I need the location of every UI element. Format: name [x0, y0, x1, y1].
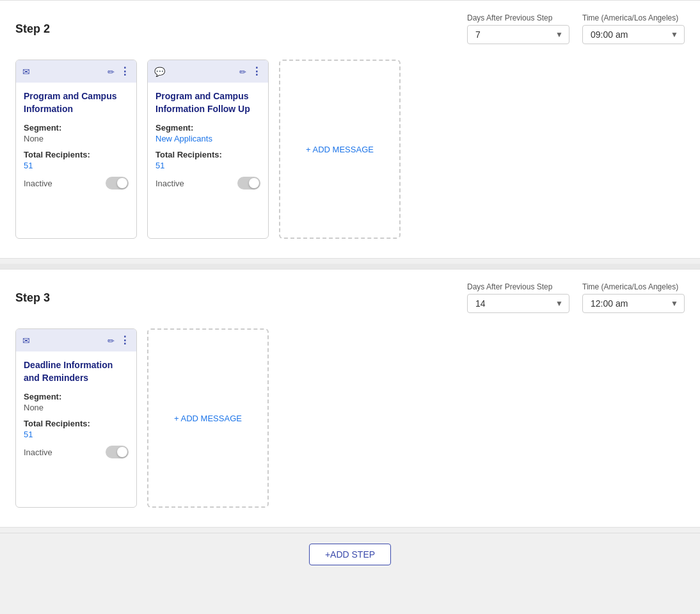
step-3-card-1-segment-value: None [24, 403, 129, 412]
step-2-card-1-edit-button[interactable] [107, 67, 115, 77]
step-2-time-select-wrapper: 09:00 am 12:00 am ▼ [582, 25, 685, 44]
step-2-card-1-header [16, 60, 136, 83]
step-3-cards-row: Deadline Information and Reminders Segme… [15, 328, 685, 508]
step-3-card-1-actions [107, 334, 130, 346]
step-3-card-1-edit-button[interactable] [107, 335, 115, 346]
dots-icon-2 [251, 65, 262, 77]
step-2-card-2-menu-button[interactable] [251, 65, 262, 77]
step-2-add-message-label: + ADD MESSAGE [306, 145, 374, 154]
step-2-card-2-status-row: Inactive [155, 177, 260, 190]
footer-section: +ADD STEP [0, 533, 700, 576]
step-3-add-message-button[interactable]: + ADD MESSAGE [147, 328, 269, 508]
step-2-card-1-status-row: Inactive [24, 177, 129, 190]
step-3-card-1-toggle[interactable] [106, 446, 129, 458]
step-2-card-2-toggle-knob [249, 178, 259, 188]
step-3-time-select[interactable]: 12:00 am 09:00 am [582, 294, 685, 313]
step-2-card-1-toggle[interactable] [106, 177, 129, 190]
step-3-card-1-recipients-value: 51 [24, 430, 129, 439]
email-icon-3 [22, 335, 30, 346]
step-3-days-group: Days After Previous Step 14 7 21 ▼ [467, 282, 569, 313]
dots-icon [120, 65, 130, 77]
step-2-days-group: Days After Previous Step 7 14 21 ▼ [467, 13, 569, 44]
step-2-card-1-segment-label: Segment: [24, 123, 129, 133]
step-2-card-1-menu-button[interactable] [120, 65, 130, 77]
step-2-card-1-segment-value: None [24, 134, 129, 143]
step-2-card-2: Program and Campus Information Follow Up… [147, 60, 269, 239]
step-2-controls: Days After Previous Step 7 14 21 ▼ Time … [467, 13, 685, 44]
step-3-card-1: Deadline Information and Reminders Segme… [15, 328, 137, 508]
section-divider [0, 264, 700, 269]
step-2-card-2-recipients-value: 51 [155, 161, 260, 170]
step-2-card-1-recipients-value: 51 [24, 161, 129, 170]
step-3-card-1-header [16, 329, 136, 351]
step-2-card-2-header [148, 60, 268, 83]
step-2-card-1-status-label: Inactive [24, 179, 52, 188]
email-icon [22, 66, 30, 77]
step-3-card-1-menu-button[interactable] [120, 334, 130, 346]
step-2-card-1-title: Program and Campus Information [24, 90, 129, 115]
step-3-section: Step 3 Days After Previous Step 14 7 21 … [0, 269, 700, 528]
step-2-add-message-button[interactable]: + ADD MESSAGE [279, 60, 401, 239]
step-2-card-1: Program and Campus Information Segment: … [15, 60, 137, 239]
step-2-card-1-toggle-knob [117, 178, 127, 188]
step-3-card-1-segment-label: Segment: [24, 392, 129, 401]
step-3-card-1-toggle-knob [117, 447, 127, 457]
page-wrapper: Step 2 Days After Previous Step 7 14 21 … [0, 0, 700, 614]
pencil-icon-2 [239, 67, 246, 77]
step-2-card-2-toggle[interactable] [237, 177, 260, 190]
step-3-card-1-body: Deadline Information and Reminders Segme… [16, 351, 136, 466]
step-2-card-1-body: Program and Campus Information Segment: … [16, 83, 136, 197]
step-3-title: Step 3 [15, 291, 50, 305]
step-2-days-select[interactable]: 7 14 21 [467, 25, 569, 44]
step-3-header: Step 3 Days After Previous Step 14 7 21 … [15, 282, 685, 313]
step-3-card-1-recipients-label: Total Recipients: [24, 419, 129, 428]
step-3-controls: Days After Previous Step 14 7 21 ▼ Time … [467, 282, 685, 313]
step-2-card-2-status-label: Inactive [155, 179, 184, 188]
step-3-card-1-status-label: Inactive [24, 448, 52, 457]
dots-icon-3 [120, 334, 130, 346]
step-3-add-message-label: + ADD MESSAGE [174, 414, 242, 423]
step-3-days-label: Days After Previous Step [467, 282, 569, 291]
step-2-card-2-title: Program and Campus Information Follow Up [155, 90, 260, 115]
pencil-icon-3 [107, 335, 115, 346]
step-2-card-2-segment-label: Segment: [155, 123, 260, 133]
step-2-card-2-actions [239, 65, 262, 77]
step-3-time-select-wrapper: 12:00 am 09:00 am ▼ [582, 294, 685, 313]
step-2-title: Step 2 [15, 22, 50, 36]
step-2-card-2-body: Program and Campus Information Follow Up… [148, 83, 268, 197]
step-2-card-2-segment-value[interactable]: New Applicants [155, 134, 260, 143]
step-3-days-select-wrapper: 14 7 21 ▼ [467, 294, 569, 313]
step-3-time-group: Time (America/Los Angeles) 12:00 am 09:0… [582, 282, 685, 313]
pencil-icon [107, 67, 115, 77]
step-2-days-label: Days After Previous Step [467, 13, 569, 22]
chat-icon [154, 66, 165, 77]
step-2-cards-row: Program and Campus Information Segment: … [15, 60, 685, 239]
step-2-section: Step 2 Days After Previous Step 7 14 21 … [0, 0, 700, 259]
step-3-days-select[interactable]: 14 7 21 [467, 294, 569, 313]
step-2-time-select[interactable]: 09:00 am 12:00 am [582, 25, 685, 44]
step-3-card-1-title: Deadline Information and Reminders [24, 359, 129, 384]
step-2-card-2-edit-button[interactable] [239, 67, 246, 77]
step-3-card-1-status-row: Inactive [24, 446, 129, 458]
step-2-card-2-recipients-label: Total Recipients: [155, 150, 260, 159]
step-2-header: Step 2 Days After Previous Step 7 14 21 … [15, 13, 685, 44]
step-2-card-1-recipients-label: Total Recipients: [24, 150, 129, 159]
step-3-time-label: Time (America/Los Angeles) [582, 282, 685, 291]
step-2-card-1-actions [107, 65, 130, 77]
step-2-time-group: Time (America/Los Angeles) 09:00 am 12:0… [582, 13, 685, 44]
step-2-time-label: Time (America/Los Angeles) [582, 13, 685, 22]
add-step-button[interactable]: +ADD STEP [309, 544, 391, 565]
step-2-days-select-wrapper: 7 14 21 ▼ [467, 25, 569, 44]
